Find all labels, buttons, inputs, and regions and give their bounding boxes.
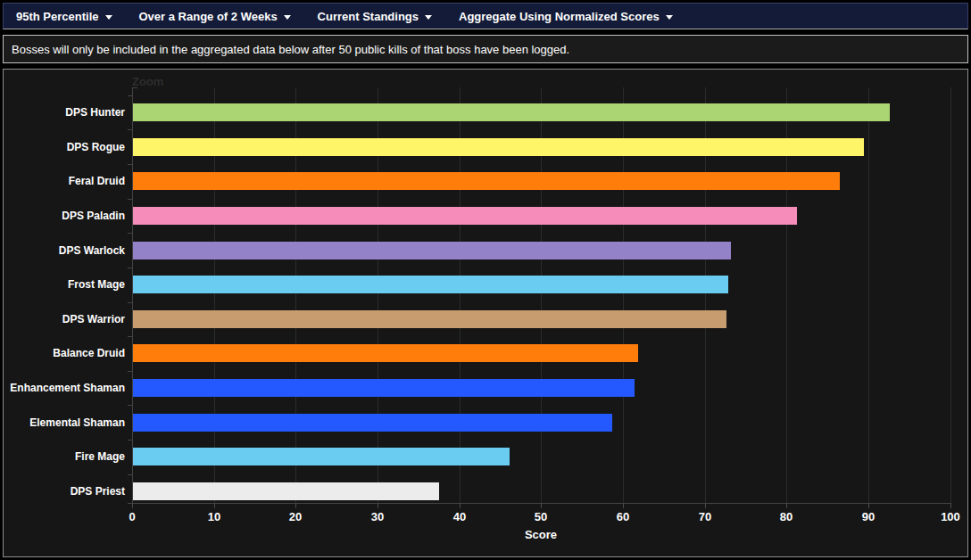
category-tick: [128, 95, 132, 96]
x-tick-label: 70: [687, 510, 723, 523]
category-label-dps-warrior: DPS Warrior: [7, 312, 125, 326]
dropdown-percentile[interactable]: 95th Percentile: [16, 10, 112, 23]
x-tick-label: 60: [605, 510, 641, 523]
category-tick: [128, 129, 132, 130]
caret-down-icon: [105, 15, 112, 20]
caret-down-icon: [666, 15, 673, 20]
x-tick-label: 10: [196, 510, 232, 523]
page: 95th Percentile Over a Range of 2 Weeks …: [0, 0, 971, 560]
category-tick: [128, 233, 132, 234]
category-label-frost-mage: Frost Mage: [7, 277, 125, 292]
dropdown-aggregation[interactable]: Aggregate Using Normalized Scores: [459, 10, 673, 23]
bar-dps-warrior[interactable]: [133, 310, 726, 328]
chart-panel: Zoom Score 0102030405060708090100DPS Hun…: [3, 69, 968, 557]
category-label-dps-warlock: DPS Warlock: [7, 243, 125, 258]
bar-dps-rogue[interactable]: [133, 138, 864, 156]
category-label-elemental-shaman: Elemental Shaman: [7, 416, 125, 430]
bar-fire-mage[interactable]: [133, 448, 510, 465]
x-tick-label: 100: [933, 510, 968, 523]
bar-enhancement-shaman[interactable]: [133, 379, 635, 397]
dropdown-date-range[interactable]: Over a Range of 2 Weeks: [139, 10, 291, 23]
caret-down-icon: [425, 15, 432, 20]
gridline: [950, 87, 951, 503]
caret-down-icon: [284, 15, 291, 20]
category-tick: [128, 336, 132, 337]
dropdown-standings-label: Current Standings: [318, 10, 419, 23]
bar-balance-druid[interactable]: [133, 344, 638, 362]
bar-dps-hunter[interactable]: [133, 103, 890, 121]
category-label-fire-mage: Fire Mage: [7, 449, 125, 464]
x-tick-label: 40: [442, 510, 477, 523]
category-tick: [128, 302, 132, 303]
dropdown-aggregation-label: Aggregate Using Normalized Scores: [459, 10, 660, 23]
dropdown-standings[interactable]: Current Standings: [318, 10, 432, 23]
gridline: [868, 87, 869, 503]
notice-text: Bosses will only be included in the aggr…: [12, 43, 569, 56]
x-axis-tick: [950, 503, 951, 508]
category-tick: [128, 405, 132, 406]
category-label-dps-paladin: DPS Paladin: [7, 209, 125, 223]
x-tick-label: 80: [768, 510, 804, 523]
y-axis-top-tick: [132, 87, 137, 88]
category-tick: [128, 268, 132, 268]
chart-title: Zoom: [132, 75, 163, 88]
bar-feral-druid[interactable]: [133, 172, 840, 190]
x-tick-label: 90: [851, 510, 886, 523]
dropdown-percentile-label: 95th Percentile: [16, 10, 99, 23]
bar-frost-mage[interactable]: [133, 276, 728, 293]
category-tick: [128, 371, 132, 372]
filter-toolbar: 95th Percentile Over a Range of 2 Weeks …: [3, 3, 968, 29]
bar-dps-priest[interactable]: [133, 482, 439, 500]
x-tick-label: 50: [523, 510, 559, 523]
x-tick-label: 30: [360, 510, 395, 523]
category-tick: [128, 474, 132, 475]
bar-dps-paladin[interactable]: [133, 207, 797, 225]
category-tick: [128, 503, 132, 504]
category-label-balance-druid: Balance Druid: [7, 346, 125, 360]
category-label-dps-priest: DPS Priest: [7, 484, 125, 498]
category-tick: [128, 164, 132, 165]
category-label-feral-druid: Feral Druid: [7, 174, 125, 188]
category-label-dps-hunter: DPS Hunter: [7, 105, 125, 119]
notice-bar: Bosses will only be included in the aggr…: [3, 35, 968, 63]
bar-elemental-shaman[interactable]: [133, 414, 612, 432]
category-label-dps-rogue: DPS Rogue: [7, 140, 125, 154]
category-tick: [128, 199, 132, 200]
x-axis-title: Score: [501, 528, 581, 541]
x-tick-label: 20: [278, 510, 313, 523]
category-tick: [128, 440, 132, 441]
category-label-enhancement-shaman: Enhancement Shaman: [7, 381, 125, 395]
dropdown-date-range-label: Over a Range of 2 Weeks: [139, 10, 278, 23]
x-axis-line: [132, 503, 950, 504]
bar-dps-warlock[interactable]: [133, 242, 731, 259]
x-tick-label: 0: [114, 510, 150, 523]
